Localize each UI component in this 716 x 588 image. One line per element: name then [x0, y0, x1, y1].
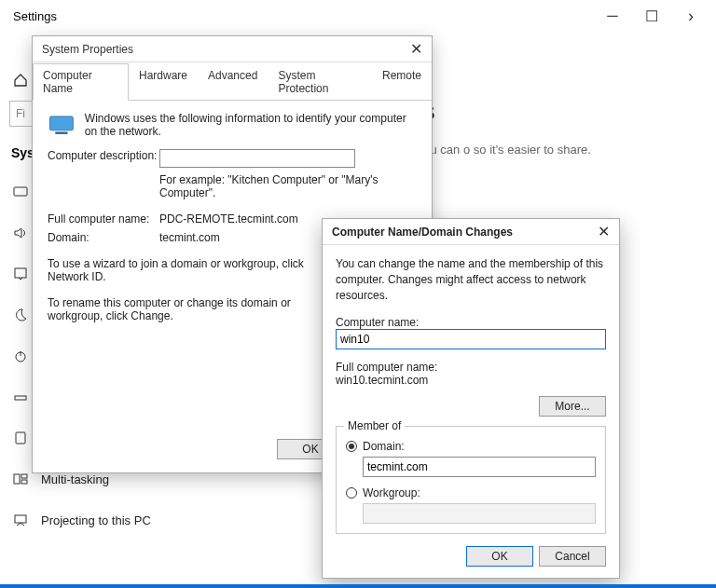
tab-remote[interactable]: Remote	[372, 63, 432, 101]
svg-rect-8	[15, 515, 26, 523]
tab-system-protection[interactable]: System Protection	[268, 63, 372, 101]
wizard-text: To use a wizard to join a domain or work…	[48, 257, 327, 283]
settings-titlebar: Settings ─ ☐ ›	[0, 0, 716, 32]
tab-hardware[interactable]: Hardware	[129, 63, 198, 101]
svg-rect-1	[15, 268, 26, 278]
tablet-icon	[13, 431, 28, 445]
window-controls: ─ ☐ ›	[606, 9, 710, 22]
workgroup-radio[interactable]	[346, 487, 357, 499]
intro-text: Windows uses the following information t…	[85, 112, 417, 138]
home-icon	[13, 73, 28, 88]
tab-advanced[interactable]: Advanced	[198, 63, 268, 101]
sidebar-item-projecting[interactable]: Projecting to this PC	[0, 499, 177, 540]
power-icon	[13, 349, 28, 363]
svg-rect-4	[16, 432, 25, 444]
domain-label: Domain:	[48, 231, 159, 244]
workgroup-input	[363, 503, 596, 524]
full-name-label: Full computer name:	[48, 212, 159, 226]
dnschg-titlebar[interactable]: Computer Name/Domain Changes ✕	[323, 219, 619, 245]
sysprop-title-text: System Properties	[42, 43, 133, 56]
ok-button[interactable]: OK	[466, 546, 533, 567]
computer-icon	[48, 112, 76, 138]
domain-radio[interactable]	[346, 441, 357, 452]
sysprop-tabs: Computer Name Hardware Advanced System P…	[33, 62, 432, 101]
full-name-value: win10.tecmint.com	[336, 374, 606, 387]
domain-radio-label: Domain:	[363, 440, 405, 453]
member-of-group: Member of Domain: Workgroup:	[336, 426, 606, 534]
notify-icon	[13, 267, 28, 281]
maximize-icon[interactable]: ☐	[645, 9, 658, 22]
svg-rect-5	[14, 474, 20, 484]
multitask-icon	[13, 472, 28, 486]
dnschg-title-text: Computer Name/Domain Changes	[332, 226, 513, 239]
svg-rect-0	[14, 187, 27, 196]
workgroup-radio-label: Workgroup:	[363, 486, 420, 499]
label: Multi-tasking	[41, 472, 109, 486]
svg-rect-11	[49, 116, 73, 130]
close-icon[interactable]: ✕	[598, 223, 610, 240]
more-button[interactable]: More...	[539, 396, 606, 417]
computer-name-input[interactable]	[336, 329, 606, 349]
tab-computer-name[interactable]: Computer Name	[33, 63, 129, 101]
desc-label: Computer description:	[48, 149, 159, 168]
svg-rect-7	[21, 480, 27, 484]
computer-description-input[interactable]	[159, 149, 355, 168]
settings-title: Settings	[6, 9, 57, 23]
storage-icon	[13, 390, 28, 404]
domain-changes-dialog: Computer Name/Domain Changes ✕ You can c…	[322, 218, 620, 579]
minimize-icon[interactable]: ─	[606, 9, 619, 22]
domain-input[interactable]	[363, 457, 596, 477]
computer-name-label: Computer name:	[336, 316, 606, 329]
desc-note: For example: "Kitchen Computer" or "Mary…	[159, 173, 417, 199]
svg-rect-12	[55, 131, 67, 133]
full-name-label: Full computer name:	[336, 361, 606, 374]
project-icon	[13, 513, 28, 527]
taskbar	[0, 584, 716, 588]
find-label: Fi	[16, 107, 25, 120]
member-of-label: Member of	[344, 419, 405, 432]
cancel-button[interactable]: Cancel	[539, 546, 606, 567]
rename-text: To rename this computer or change its do…	[48, 296, 327, 322]
display-icon	[13, 185, 28, 199]
close-icon[interactable]: ›	[684, 9, 697, 22]
moon-icon	[13, 308, 28, 322]
svg-rect-3	[15, 396, 26, 400]
sound-icon	[13, 226, 28, 240]
find-setting-input[interactable]: Fi	[9, 101, 34, 127]
svg-rect-6	[21, 474, 27, 478]
label: Projecting to this PC	[41, 513, 151, 527]
sysprop-titlebar[interactable]: System Properties ✕	[33, 36, 432, 62]
explain-text: You can change the name and the membersh…	[336, 256, 606, 303]
close-icon[interactable]: ✕	[410, 40, 422, 58]
